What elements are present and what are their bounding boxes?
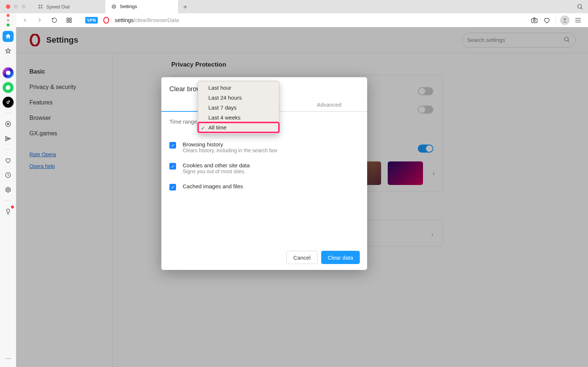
sidebar-pinboards[interactable] xyxy=(3,155,14,166)
dropdown-option-last-7-days[interactable]: Last 7 days xyxy=(198,103,279,113)
dropdown-option-last-4-weeks[interactable]: Last 4 weeks xyxy=(198,113,279,122)
window-controls xyxy=(0,0,32,13)
checkbox-checked-icon[interactable]: ✓ xyxy=(169,142,176,149)
sidebar-settings[interactable] xyxy=(3,184,14,195)
option-cookies[interactable]: ✓ Cookies and other site data Signs you … xyxy=(169,158,359,179)
gear-icon xyxy=(111,4,117,10)
dropdown-option-label: All time xyxy=(208,124,226,131)
workspace-dot[interactable] xyxy=(7,14,10,17)
back-button[interactable] xyxy=(20,15,30,25)
sidebar-messenger[interactable] xyxy=(3,67,14,78)
tab-search-button[interactable] xyxy=(572,0,588,13)
svg-rect-3 xyxy=(41,7,42,8)
clear-data-button[interactable]: Clear data xyxy=(321,251,360,264)
sidebar-tips[interactable] xyxy=(3,206,14,217)
sidebar-more-button[interactable]: ⋯ xyxy=(5,355,11,367)
svg-point-5 xyxy=(578,4,582,8)
svg-rect-11 xyxy=(532,18,537,22)
profile-button[interactable] xyxy=(560,15,570,25)
svg-rect-6 xyxy=(67,18,69,20)
easy-setup-icon[interactable] xyxy=(574,16,582,24)
clear-options: ✓ Browsing history Clears history, inclu… xyxy=(169,137,359,195)
address-bar[interactable]: settings/clearBrowserData xyxy=(115,17,526,23)
sidebar-whatsapp[interactable] xyxy=(3,82,14,93)
heart-icon[interactable] xyxy=(543,16,551,24)
sidebar-player[interactable] xyxy=(3,118,14,129)
window-maximize-button[interactable] xyxy=(21,4,26,9)
check-icon: ✓ xyxy=(201,125,205,131)
address-path: clearBrowserData xyxy=(135,17,179,23)
tab-strip: Speed Dial Settings ＋ xyxy=(0,0,588,13)
button-label: Cancel xyxy=(293,254,311,261)
dialog-buttons: Cancel Clear data xyxy=(169,251,360,264)
sidebar-divider xyxy=(5,200,11,201)
sidebar-history[interactable] xyxy=(3,170,14,181)
svg-rect-2 xyxy=(39,7,40,8)
tab-advanced[interactable]: Advanced xyxy=(304,97,354,112)
tab-label: Settings xyxy=(120,4,137,9)
sidebar: ⋯ xyxy=(0,27,16,367)
address-scheme: settings xyxy=(115,17,134,23)
svg-point-16 xyxy=(7,189,9,191)
svg-rect-9 xyxy=(69,21,71,22)
workspace-switch[interactable] xyxy=(0,13,16,27)
sidebar-bookmarks[interactable] xyxy=(3,46,14,57)
snapshot-icon[interactable] xyxy=(530,16,538,24)
window-close-button[interactable] xyxy=(6,4,10,9)
time-range-label: Time range xyxy=(169,118,197,125)
dropdown-option-all-time[interactable]: ✓ All time xyxy=(198,122,279,132)
workspace-dot[interactable] xyxy=(7,19,10,22)
divider xyxy=(555,16,556,24)
option-sub: Clears history, including in the search … xyxy=(183,147,277,153)
sidebar-divider xyxy=(5,113,11,113)
option-title: Cookies and other site data xyxy=(183,162,250,168)
option-title: Cached images and files xyxy=(183,183,243,189)
new-tab-button[interactable]: ＋ xyxy=(179,0,192,13)
time-range-row: Time range xyxy=(169,118,197,125)
cancel-button[interactable]: Cancel xyxy=(286,251,318,264)
tab-label: Speed Dial xyxy=(46,4,70,10)
tab-settings[interactable]: Settings xyxy=(105,0,179,13)
reload-button[interactable] xyxy=(49,15,60,25)
sidebar-divider xyxy=(5,149,11,150)
dropdown-option-last-24-hours[interactable]: Last 24 hours xyxy=(198,93,279,103)
time-range-dropdown[interactable]: Last hour Last 24 hours Last 7 days Last… xyxy=(198,81,279,134)
speed-dial-icon xyxy=(37,4,43,10)
toolbar: VPN settings/clearBrowserData xyxy=(16,13,588,27)
workspace-dot[interactable] xyxy=(7,24,10,26)
option-browsing-history[interactable]: ✓ Browsing history Clears history, inclu… xyxy=(169,137,359,158)
button-label: Clear data xyxy=(328,254,353,261)
vpn-badge[interactable]: VPN xyxy=(85,17,98,24)
svg-point-12 xyxy=(534,19,535,21)
tab-speed-dial[interactable]: Speed Dial xyxy=(32,0,105,13)
svg-point-10 xyxy=(104,17,109,23)
option-cache[interactable]: ✓ Cached images and files xyxy=(169,179,359,195)
dropdown-option-last-hour[interactable]: Last hour xyxy=(198,83,279,93)
svg-rect-8 xyxy=(67,21,69,22)
svg-point-4 xyxy=(113,6,115,7)
window-minimize-button[interactable] xyxy=(14,4,18,9)
option-title: Browsing history xyxy=(183,141,277,147)
sidebar-tiktok[interactable] xyxy=(3,97,14,108)
svg-rect-7 xyxy=(69,18,71,20)
toolbar-right xyxy=(530,15,584,25)
option-sub: Signs you out of most sites. xyxy=(183,168,250,174)
sidebar-send-icon[interactable] xyxy=(3,133,14,144)
opera-icon xyxy=(102,16,110,24)
svg-rect-1 xyxy=(41,5,42,6)
svg-point-13 xyxy=(564,18,566,20)
tiles-button[interactable] xyxy=(64,15,74,25)
forward-button[interactable] xyxy=(35,15,45,25)
sidebar-divider xyxy=(5,62,11,62)
svg-rect-0 xyxy=(39,5,40,6)
sidebar-home[interactable] xyxy=(3,31,14,42)
notification-dot-icon xyxy=(11,206,14,209)
checkbox-checked-icon[interactable]: ✓ xyxy=(169,184,176,190)
checkbox-checked-icon[interactable]: ✓ xyxy=(169,163,176,170)
